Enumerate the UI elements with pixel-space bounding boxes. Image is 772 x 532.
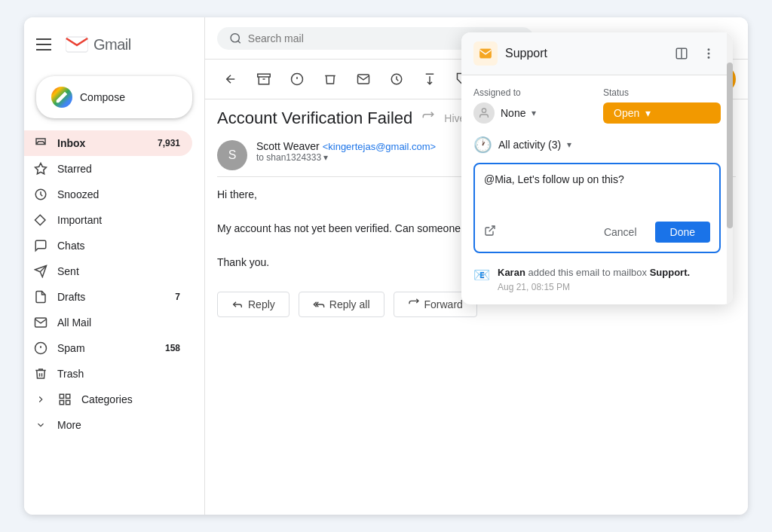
sidebar-item-trash[interactable]: Trash	[24, 361, 192, 387]
comment-box: @Mia, Let's follow up on this? Cancel Do…	[473, 163, 721, 253]
spam-report-button[interactable]	[283, 66, 311, 93]
sidebar-item-more[interactable]: More	[24, 412, 192, 438]
draft-icon	[33, 289, 48, 304]
activity-log-text: Karan added this email to mailbox Suppor…	[498, 265, 690, 280]
activity-header[interactable]: 🕐 All activity (3) ▾	[473, 136, 721, 154]
scrollbar-track	[727, 32, 733, 304]
sidebar-sent-label: Sent	[57, 265, 180, 277]
sidebar-starred-label: Starred	[57, 163, 180, 175]
sidebar-item-chats[interactable]: Chats	[24, 233, 192, 258]
gmail-logo: Gmail	[63, 31, 131, 58]
status-value: Open	[614, 107, 639, 119]
sidebar-item-all-mail[interactable]: All Mail	[24, 310, 192, 335]
to-expand[interactable]: ▾	[323, 152, 328, 163]
activity-title: All activity (3)	[498, 139, 561, 151]
comment-buttons: Cancel Done	[592, 222, 710, 243]
activity-mailbox: Support.	[650, 267, 690, 278]
sidebar-item-snoozed[interactable]: Snoozed	[24, 182, 192, 207]
sidebar-important-label: Important	[57, 214, 180, 226]
compose-label: Compose	[80, 91, 125, 103]
done-button[interactable]: Done	[655, 222, 710, 243]
sidebar-item-sent[interactable]: Sent	[24, 258, 192, 284]
clock-icon	[33, 187, 48, 202]
sidebar-trash-label: Trash	[57, 368, 180, 380]
panel-header: Support	[461, 32, 733, 75]
sidebar-item-drafts[interactable]: Drafts 7	[24, 284, 192, 310]
delete-button[interactable]	[317, 66, 344, 93]
svg-point-27	[482, 109, 486, 112]
panel-more-button[interactable]	[697, 41, 721, 66]
search-icon	[229, 32, 242, 45]
svg-rect-10	[66, 401, 70, 405]
sidebar-item-categories[interactable]: Categories	[24, 387, 192, 412]
panel-title: Support	[505, 47, 547, 60]
archive-button[interactable]	[250, 66, 277, 93]
sidebar-inbox-label: Inbox	[57, 137, 149, 149]
reply-button[interactable]: Reply	[217, 292, 290, 317]
sidebar-more-label: More	[57, 419, 180, 431]
envelope-icon	[479, 47, 492, 60]
chat-icon	[33, 238, 48, 253]
sidebar-item-inbox[interactable]: Inbox 7,931	[24, 130, 192, 156]
spam-icon	[33, 341, 48, 356]
label-icon	[33, 212, 48, 228]
trash-icon	[33, 366, 48, 381]
sidebar-categories-label: Categories	[81, 393, 180, 405]
sidebar-allmail-label: All Mail	[57, 316, 180, 329]
spam-count: 158	[165, 343, 180, 353]
sidebar-item-important[interactable]: Important	[24, 207, 192, 233]
sidebar-chats-label: Chats	[57, 240, 180, 252]
activity-log-content: Karan added this email to mailbox Suppor…	[498, 265, 690, 292]
categories-expand-icon	[33, 392, 48, 407]
inbox-count: 7,931	[158, 138, 180, 148]
panel-title-area: Support	[473, 41, 547, 66]
sidebar-item-spam[interactable]: Spam 158	[24, 335, 192, 361]
compose-button[interactable]: Compose	[36, 76, 192, 118]
send-icon	[33, 264, 48, 279]
person-icon	[478, 107, 490, 119]
right-panel: Support Assigned to	[461, 32, 733, 304]
split-view-button[interactable]	[669, 41, 694, 66]
assigned-value: None	[501, 107, 525, 119]
support-icon	[473, 41, 498, 66]
menu-icon[interactable]	[36, 35, 54, 54]
email-subject: Account Verification Failed	[217, 109, 412, 128]
forward-indicator-icon	[421, 112, 435, 125]
reply-label: Reply	[248, 298, 275, 310]
gmail-label: Gmail	[93, 36, 131, 54]
status-field: Status Open ▾	[603, 87, 721, 124]
activity-log-item: 📧 Karan added this email to mailbox Supp…	[473, 265, 721, 292]
move-button[interactable]	[416, 66, 443, 93]
activity-clock-icon: 🕐	[473, 136, 492, 154]
status-control[interactable]: Open ▾	[603, 102, 721, 124]
sender-email[interactable]: <kingertejas@gmail.com>	[323, 141, 436, 152]
activity-section: 🕐 All activity (3) ▾ @Mia, Let's follow …	[473, 136, 721, 292]
assigned-status-row: Assigned to None ▾ Status Open ▾	[473, 87, 721, 124]
reply-all-button[interactable]: Reply all	[299, 292, 384, 317]
svg-point-25	[708, 53, 709, 54]
svg-marker-0	[35, 164, 47, 174]
cancel-button[interactable]: Cancel	[592, 222, 649, 243]
assigned-control[interactable]: None ▾	[473, 102, 591, 124]
scrollbar-thumb[interactable]	[727, 63, 733, 228]
mark-read-button[interactable]	[350, 66, 377, 93]
categories-icon	[57, 392, 72, 407]
svg-point-24	[708, 49, 709, 50]
split-icon	[675, 47, 688, 60]
expand-link-icon[interactable]	[484, 225, 496, 240]
sidebar-item-starred[interactable]: Starred	[24, 156, 192, 182]
forward-icon	[408, 298, 420, 310]
svg-rect-14	[258, 74, 271, 77]
assigned-label: Assigned to	[473, 87, 591, 98]
sidebar-snoozed-label: Snoozed	[57, 188, 180, 200]
snooze-button[interactable]	[383, 66, 410, 93]
svg-rect-9	[60, 401, 63, 405]
comment-text[interactable]: @Mia, Let's follow up on this?	[484, 173, 710, 216]
back-button[interactable]	[217, 66, 244, 93]
panel-body: Assigned to None ▾ Status Open ▾	[461, 75, 733, 304]
svg-point-26	[708, 57, 709, 59]
sidebar-header: Gmail	[24, 23, 204, 70]
reply-all-icon	[313, 298, 325, 310]
inbox-icon	[33, 136, 48, 151]
reply-all-label: Reply all	[329, 298, 370, 310]
